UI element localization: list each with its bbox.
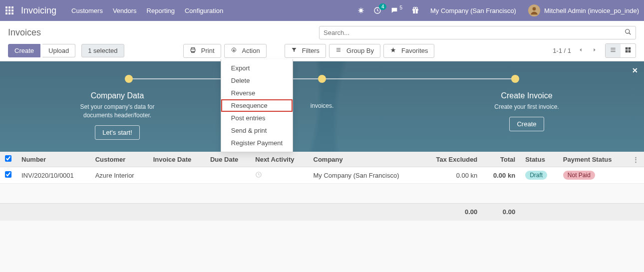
col-next-activity[interactable]: Next Activity [250, 152, 308, 167]
favorites-button[interactable]: Favorites [383, 44, 434, 58]
action-resequence[interactable]: Resequence [221, 99, 293, 112]
discuss-icon[interactable]: 5 [390, 6, 402, 14]
pager-next[interactable] [590, 47, 599, 54]
gear-icon [231, 47, 240, 55]
close-icon[interactable]: ✕ [632, 66, 638, 74]
col-tax-excluded[interactable]: Tax Excluded [422, 152, 483, 167]
svg-point-16 [533, 7, 536, 10]
col-number[interactable]: Number [16, 152, 90, 167]
svg-point-17 [626, 29, 630, 33]
print-label: Print [201, 47, 215, 54]
pager-text: 1-1 / 1 [553, 47, 571, 54]
select-all-header[interactable] [0, 152, 16, 167]
action-send-print[interactable]: Send & print [221, 124, 293, 137]
action-button[interactable]: Action [224, 44, 267, 58]
col-invoice-date[interactable]: Invoice Date [148, 152, 205, 167]
svg-rect-5 [11, 9, 13, 11]
selection-count: 1 selected [81, 44, 124, 57]
cell-tax-excluded: 0.00 kn [422, 167, 483, 184]
nav-configuration[interactable]: Configuration [185, 7, 223, 14]
user-menu[interactable]: Mitchell Admin (invoice_po_inde) [528, 4, 639, 16]
table-row[interactable]: INV/2020/10/0001 Azure Interior My Compa… [0, 167, 644, 184]
filters-label: Filters [302, 47, 320, 54]
filters-button[interactable]: Filters [285, 44, 326, 58]
col-payment-status[interactable]: Payment Status [558, 152, 628, 167]
onboarding-panel: ✕ Company Data Set your company's data f… [0, 61, 644, 152]
cell-customer: Azure Interior [90, 167, 148, 184]
search-input[interactable] [323, 29, 625, 36]
footer-tax-excluded: 0.00 [422, 204, 483, 221]
navbar: Invoicing Customers Vendors Reporting Co… [0, 0, 644, 21]
search-icon[interactable] [625, 28, 632, 37]
svg-rect-20 [629, 47, 631, 50]
action-export[interactable]: Export [221, 62, 293, 74]
activity-clock-icon[interactable] [255, 172, 262, 180]
row-checkbox[interactable] [5, 171, 11, 178]
step-dot-3 [511, 75, 519, 83]
step-create-invoice: Create Invoice Create your first invoice… [429, 91, 624, 140]
svg-rect-4 [8, 9, 10, 11]
nav-reporting[interactable]: Reporting [147, 7, 175, 14]
svg-rect-19 [626, 47, 628, 50]
nav-customers[interactable]: Customers [71, 7, 103, 14]
action-register-payment[interactable]: Register Payment [221, 137, 293, 149]
col-customer[interactable]: Customer [90, 152, 148, 167]
step3-line1: Create your first invoice. [429, 103, 624, 110]
print-button[interactable]: Print [183, 44, 221, 58]
step-company-data: Company Data Set your company's data for… [20, 91, 215, 140]
brand[interactable]: Invoicing [21, 5, 56, 16]
list-view-button[interactable] [606, 44, 621, 57]
apps-icon[interactable] [5, 6, 14, 15]
row-options [628, 167, 644, 184]
invoice-table: Number Customer Invoice Date Due Date Ne… [0, 152, 644, 221]
svg-rect-21 [626, 50, 628, 53]
status-badge: Draft [525, 171, 547, 180]
pager-prev[interactable] [576, 47, 585, 54]
action-dropdown: Export Delete Reverse Resequence Post en… [221, 59, 293, 152]
debug-icon[interactable] [357, 7, 364, 14]
col-total[interactable]: Total [482, 152, 520, 167]
cell-next-activity[interactable] [250, 167, 308, 184]
col-options[interactable]: ⋮ [628, 152, 644, 167]
avatar [528, 4, 540, 16]
activity-badge: 4 [379, 3, 387, 10]
view-switcher [605, 43, 636, 58]
cell-total: 0.00 kn [482, 167, 520, 184]
select-all-checkbox[interactable] [5, 155, 11, 162]
col-status[interactable]: Status [520, 152, 558, 167]
search-box[interactable] [319, 26, 636, 39]
upload-button[interactable]: Upload [42, 44, 75, 57]
col-company[interactable]: Company [309, 152, 422, 167]
groupby-button[interactable]: Group By [329, 44, 380, 58]
create-invoice-button[interactable]: Create [509, 117, 544, 131]
breadcrumb: Invoices [8, 27, 41, 38]
action-delete[interactable]: Delete [221, 74, 293, 87]
create-button[interactable]: Create [8, 44, 40, 57]
action-post-entries[interactable]: Post entries [221, 112, 293, 124]
user-name: Mitchell Admin (invoice_po_inde) [544, 7, 639, 14]
print-icon [190, 47, 199, 55]
activity-icon[interactable]: 4 [373, 6, 381, 14]
cell-number: INV/2020/10/0001 [16, 167, 90, 184]
pager: 1-1 / 1 [553, 47, 599, 54]
step1-title: Company Data [20, 91, 215, 100]
lets-start-button[interactable]: Let's start! [95, 125, 140, 140]
col-due-date[interactable]: Due Date [205, 152, 250, 167]
company-selector[interactable]: My Company (San Francisco) [430, 7, 516, 14]
cell-company: My Company (San Francisco) [309, 167, 422, 184]
svg-rect-7 [8, 12, 10, 14]
payment-status-badge: Not Paid [563, 171, 595, 180]
step3-title: Create Invoice [429, 91, 624, 100]
gift-icon[interactable] [411, 6, 419, 14]
action-reverse[interactable]: Reverse [221, 87, 293, 99]
groupby-label: Group By [346, 47, 374, 54]
svg-point-15 [415, 7, 417, 9]
footer-total: 0.00 [482, 204, 520, 221]
table-footer-row: 0.00 0.00 [0, 204, 644, 221]
cell-due-date [205, 167, 250, 184]
discuss-badge: 5 [399, 5, 402, 10]
filter-icon [291, 47, 300, 54]
kanban-view-button[interactable] [621, 44, 636, 57]
step1-line1: Set your company's data for [20, 103, 215, 110]
nav-vendors[interactable]: Vendors [113, 7, 137, 14]
